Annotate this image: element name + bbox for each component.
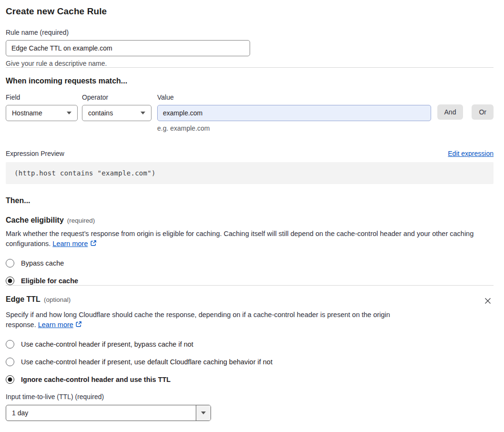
radio-label: Ignore cache-control header and use this… xyxy=(21,376,171,383)
field-select[interactable]: Hostname xyxy=(6,105,78,121)
radio-label: Use cache-control header if present, byp… xyxy=(21,340,193,348)
cache-eligibility-heading-row: Cache eligibility (required) xyxy=(6,216,494,225)
value-help: e.g. example.com xyxy=(157,124,431,132)
external-link-icon xyxy=(75,320,82,330)
value-column: Value e.g. example.com xyxy=(157,93,431,132)
operator-select-value: contains xyxy=(88,109,113,117)
chevron-down-icon xyxy=(201,411,206,414)
edge-ttl-qualifier: (optional) xyxy=(44,296,71,303)
radio-unselected-icon xyxy=(6,340,14,349)
edge-ttl-description: Specify if and how long Cloudflare shoul… xyxy=(6,310,405,330)
match-condition-row: Field Hostname Operator contains Value e… xyxy=(6,93,494,132)
operator-select[interactable]: contains xyxy=(82,105,151,121)
expression-preview-label: Expression Preview xyxy=(6,150,64,157)
radio-label: Use cache-control header if present, use… xyxy=(21,358,272,366)
rule-name-input[interactable] xyxy=(6,40,250,56)
field-label: Field xyxy=(6,93,78,101)
expression-preview-row: Expression Preview Edit expression xyxy=(6,150,494,157)
section-divider xyxy=(6,285,494,286)
expression-code-block: (http.host contains "example.com") xyxy=(6,162,494,184)
radio-selected-icon xyxy=(6,277,14,285)
cache-eligibility-title: Cache eligibility xyxy=(6,216,64,225)
rule-name-section: Rule name (required) Give your rule a de… xyxy=(6,29,250,67)
ttl-select-arrow-button[interactable] xyxy=(196,405,211,421)
field-column: Field Hostname xyxy=(6,93,78,121)
radio-use-header-bypass-if-not[interactable]: Use cache-control header if present, byp… xyxy=(6,340,494,349)
or-button[interactable]: Or xyxy=(472,104,494,120)
and-button[interactable]: And xyxy=(437,104,464,120)
operator-label: Operator xyxy=(82,93,151,101)
cache-eligibility-learn-more-link[interactable]: Learn more xyxy=(52,240,88,247)
cache-eligibility-qualifier: (required) xyxy=(67,217,95,224)
field-select-value: Hostname xyxy=(12,109,42,117)
radio-unselected-icon xyxy=(6,259,14,267)
cache-eligibility-description: Mark whether the request’s response from… xyxy=(6,229,494,249)
page-title: Create new Cache Rule xyxy=(6,6,494,17)
radio-selected-icon xyxy=(6,375,14,384)
radio-label: Bypass cache xyxy=(21,259,64,267)
create-cache-rule-form: Create new Cache Rule Rule name (require… xyxy=(6,0,494,421)
chevron-down-icon xyxy=(141,112,145,114)
section-divider xyxy=(6,67,494,68)
value-label: Value xyxy=(157,93,431,101)
radio-use-header-default-if-not[interactable]: Use cache-control header if present, use… xyxy=(6,358,494,366)
operator-column: Operator contains xyxy=(82,93,151,121)
radio-ignore-header-use-ttl[interactable]: Ignore cache-control header and use this… xyxy=(6,375,494,384)
cache-eligibility-options: Bypass cache Eligible for cache xyxy=(6,259,494,285)
then-heading: Then... xyxy=(6,196,494,205)
rule-name-label: Rule name (required) xyxy=(6,29,250,36)
ttl-select-value: 1 day xyxy=(6,405,196,421)
rule-name-help: Give your rule a descriptive name. xyxy=(6,60,250,67)
close-icon xyxy=(484,299,492,306)
value-input[interactable] xyxy=(157,105,431,121)
edge-ttl-title: Edge TTL xyxy=(6,295,40,304)
radio-unselected-icon xyxy=(6,358,14,366)
edge-ttl-header: Edge TTL (optional) xyxy=(6,295,494,306)
edge-ttl-heading-row: Edge TTL (optional) xyxy=(6,295,71,304)
radio-label: Eligible for cache xyxy=(21,277,78,285)
ttl-input-label: Input time-to-live (TTL) (required) xyxy=(6,393,494,401)
chevron-down-icon xyxy=(67,112,71,114)
radio-eligible-for-cache[interactable]: Eligible for cache xyxy=(6,277,494,285)
match-section-heading: When incoming requests match... xyxy=(6,77,494,85)
radio-bypass-cache[interactable]: Bypass cache xyxy=(6,259,494,267)
close-edge-ttl-button[interactable] xyxy=(483,296,493,306)
external-link-icon xyxy=(90,239,97,249)
edge-ttl-options: Use cache-control header if present, byp… xyxy=(6,340,494,384)
edge-ttl-learn-more-link[interactable]: Learn more xyxy=(38,321,73,329)
edit-expression-link[interactable]: Edit expression xyxy=(448,150,494,157)
ttl-select[interactable]: 1 day xyxy=(6,405,211,421)
